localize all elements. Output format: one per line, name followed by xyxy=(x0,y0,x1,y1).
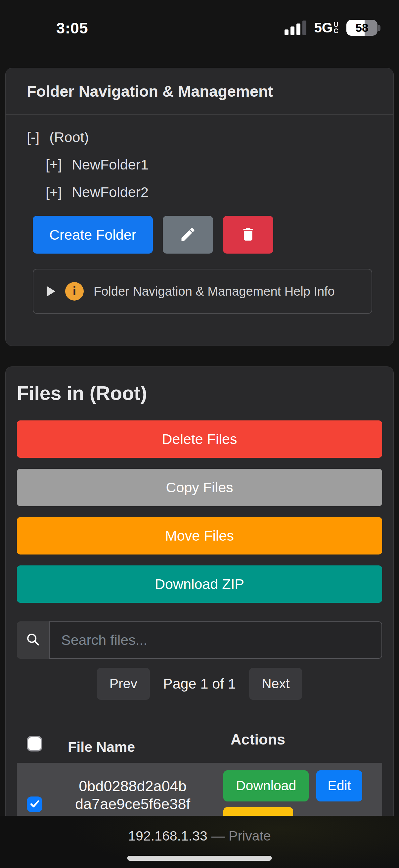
create-folder-button[interactable]: Create Folder xyxy=(33,216,153,254)
privacy-label: — Private xyxy=(211,828,271,844)
battery-nub xyxy=(378,25,380,31)
folder-actions-row: Create Folder xyxy=(33,216,372,254)
status-icons: 5G U C 58 xyxy=(285,20,380,36)
select-all-checkbox[interactable] xyxy=(27,736,42,751)
help-disclosure[interactable]: i Folder Navigation & Management Help In… xyxy=(33,269,372,314)
delete-folder-button[interactable] xyxy=(223,216,273,254)
clock-label: 3:05 xyxy=(56,19,88,37)
status-bar: 3:05 5G U C 58 xyxy=(0,0,399,50)
files-card: Files in (Root) Delete Files Copy Files … xyxy=(5,367,394,866)
tree-expand-toggle[interactable]: [+] xyxy=(46,157,62,173)
network-type-label: 5G U C xyxy=(314,20,338,36)
folder-card-title: Folder Navigation & Management xyxy=(6,68,393,115)
browser-bottom-bar: 192.168.1.33 — Private xyxy=(0,816,399,868)
search-addon xyxy=(17,621,49,659)
tree-item-root[interactable]: [-] (Root) xyxy=(27,123,372,151)
file-name-header: File Name xyxy=(50,739,215,755)
check-icon xyxy=(29,798,40,810)
help-label: Folder Navigation & Management Help Info xyxy=(94,284,335,299)
network-label: 5G xyxy=(314,20,333,36)
next-page-button[interactable]: Next xyxy=(249,668,302,700)
address-bar[interactable]: 192.168.1.33 — Private xyxy=(0,816,399,844)
folder-card-body: [-] (Root) [+] NewFolder1 [+] NewFolder2… xyxy=(6,115,393,346)
prev-page-button[interactable]: Prev xyxy=(97,668,150,700)
signal-strength-icon xyxy=(285,21,306,35)
tree-expand-toggle[interactable]: [+] xyxy=(46,184,62,200)
info-icon: i xyxy=(65,282,84,301)
row-checkbox[interactable] xyxy=(27,797,42,812)
home-indicator[interactable] xyxy=(127,856,272,861)
download-zip-button[interactable]: Download ZIP xyxy=(17,565,382,603)
page-indicator: Page 1 of 1 xyxy=(163,676,236,692)
tree-collapse-toggle[interactable]: [-] xyxy=(27,129,39,145)
search-icon xyxy=(26,632,41,649)
files-card-title: Files in (Root) xyxy=(17,367,382,405)
edit-button[interactable]: Edit xyxy=(316,770,362,802)
disclosure-triangle-icon[interactable] xyxy=(47,286,55,297)
url-address: 192.168.1.33 xyxy=(128,828,207,844)
battery-percent-label: 58 xyxy=(346,20,377,36)
tree-item-label: (Root) xyxy=(49,129,89,145)
pencil-icon xyxy=(179,226,197,244)
file-name: 0bd0288d2a04b da7ae9ce5f6e38f xyxy=(50,763,215,813)
file-table-header: File Name Actions xyxy=(17,730,382,757)
search-input[interactable] xyxy=(49,621,382,659)
trash-icon xyxy=(240,226,257,244)
move-files-button[interactable]: Move Files xyxy=(17,517,382,555)
network-sub-label: U C xyxy=(334,22,338,34)
delete-files-button[interactable]: Delete Files xyxy=(17,421,382,458)
actions-header: Actions xyxy=(215,731,382,748)
battery-icon: 58 xyxy=(346,20,380,36)
download-button[interactable]: Download xyxy=(223,770,309,802)
tree-item-label: NewFolder1 xyxy=(72,157,148,173)
copy-files-button[interactable]: Copy Files xyxy=(17,469,382,506)
tree-item-newfolder1[interactable]: [+] NewFolder1 xyxy=(27,151,372,179)
tree-item-newfolder2[interactable]: [+] NewFolder2 xyxy=(27,179,372,206)
folder-management-card: Folder Navigation & Management [-] (Root… xyxy=(5,68,394,346)
search-bar xyxy=(17,621,382,659)
folder-tree: [-] (Root) [+] NewFolder1 [+] NewFolder2 xyxy=(27,123,372,206)
rename-folder-button[interactable] xyxy=(163,216,213,254)
tree-item-label: NewFolder2 xyxy=(72,184,148,200)
pagination: Prev Page 1 of 1 Next xyxy=(17,668,382,700)
